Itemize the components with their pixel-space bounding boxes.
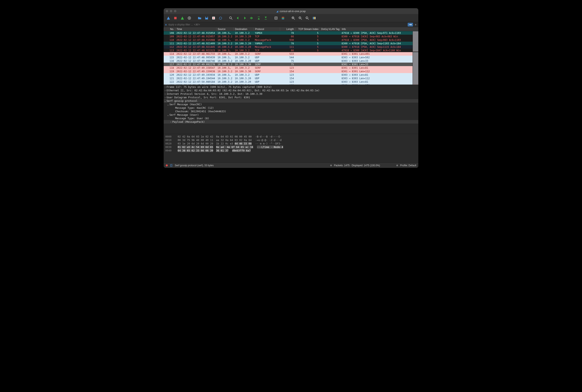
zoom-in-button[interactable]	[290, 15, 296, 21]
tree-serf-msg-hascrc[interactable]: ⌄Serf Message (HasCRC)	[164, 102, 418, 106]
svg-rect-28	[313, 17, 314, 19]
packet-row[interactable]: 1142022-02-12 22:47:48.96173310.100.3…10…	[164, 52, 413, 56]
save-file-button[interactable]	[204, 15, 210, 21]
packet-list-header[interactable]: No. Time Source Destination Protocol Len…	[164, 27, 418, 31]
packet-row[interactable]: 1132022-02-12 22:47:48.92152310.100.3…10…	[164, 49, 413, 52]
open-file-button[interactable]	[197, 15, 203, 21]
packet-cell: 123	[280, 80, 295, 83]
find-packet-button[interactable]	[228, 15, 234, 21]
zoom-out-button[interactable]	[297, 15, 303, 21]
packet-cell: 10.100.3.2	[234, 66, 254, 69]
auto-scroll-button[interactable]	[273, 15, 279, 21]
traffic-lights	[166, 10, 176, 12]
col-info[interactable]: Info	[340, 28, 418, 30]
tree-frame[interactable]: ›Frame 117: 75 bytes on wire (600 bits),…	[164, 85, 418, 89]
zoom-window-button[interactable]	[174, 10, 176, 12]
svg-point-2	[189, 18, 190, 18]
hex-row[interactable]: 000002 42 0a 64 03 1e 02 420a 64 03 02 0…	[165, 135, 417, 138]
col-prot[interactable]: Protocol	[254, 28, 280, 30]
go-back-button[interactable]	[235, 15, 241, 21]
packet-row[interactable]: 1102022-02-12 22:47:48.91508810.100.3…10…	[164, 38, 413, 42]
packet-cell: 10.100.3…	[216, 49, 234, 52]
svg-rect-10	[265, 19, 267, 20]
zoom-reset-button[interactable]: 1	[304, 15, 310, 21]
display-filter-input[interactable]	[168, 23, 407, 26]
packet-cell: 10.100.3.2	[234, 56, 254, 59]
packet-row[interactable]: 1192022-02-12 22:47:49.15903810.100.3.21…	[164, 70, 413, 73]
stop-capture-button[interactable]	[172, 15, 179, 21]
col-vlan[interactable]: Dot1q VLAN Tag	[320, 28, 340, 30]
packet-row[interactable]: 1182022-02-12 22:47:49.15854710.100.3…10…	[164, 66, 413, 70]
col-len[interactable]: Length	[280, 28, 295, 30]
col-no[interactable]: No.	[164, 28, 175, 30]
packet-cell: 10.100.3.30	[234, 63, 254, 66]
tree-msgtype-user[interactable]: Message Type: User (8)	[164, 116, 418, 120]
packet-cell: UDP	[254, 77, 280, 80]
close-file-button[interactable]	[211, 15, 217, 21]
apply-filter-button[interactable]	[408, 23, 413, 26]
packet-cell: SERF	[254, 63, 280, 66]
expert-info-icon[interactable]	[166, 164, 168, 166]
packet-row[interactable]: 1092022-02-12 22:47:48.91505710.100.3.21…	[164, 35, 413, 38]
start-capture-button[interactable]	[165, 15, 172, 21]
capture-options-button[interactable]	[186, 15, 192, 21]
tree-payload[interactable]: ›Payload (MessagePack)	[164, 120, 418, 124]
packet-row[interactable]: 1162022-02-12 22:47:49.08874610.100.3.21…	[164, 59, 413, 62]
resize-columns-button[interactable]	[311, 15, 317, 21]
packet-details-pane[interactable]: ›Frame 117: 75 bytes on wire (600 bits),…	[164, 84, 418, 134]
hex-ascii: ···LTime ··Node·4	[257, 146, 283, 148]
packet-row[interactable]: 1202022-02-12 22:47:49.19393410.100.3…10…	[164, 73, 413, 76]
tree-ethernet[interactable]: ›Ethernet II, Src: 02:42:0a:64:03:02 (02…	[164, 89, 418, 92]
hex-row[interactable]: 002003 1e 20 6d 20 6d 00 291b 22 0c e3 4…	[165, 142, 417, 145]
packet-cell: 10.100.3.2	[234, 74, 254, 76]
tree-ip[interactable]: ›Internet Protocol Version 4, Src: 10.10…	[164, 92, 418, 96]
restart-capture-button[interactable]	[179, 15, 185, 21]
go-last-button[interactable]	[263, 15, 269, 21]
reload-file-button[interactable]	[218, 15, 224, 21]
packet-row[interactable]: 1122022-02-12 22:47:48.92144510.100.3.21…	[164, 45, 413, 49]
tree-checksum[interactable]: Checksum: 3812902451 (0xe3444633)	[164, 110, 418, 113]
packet-cell: 8300 → 47918 [PSH, ACK] Seq=1103 Ack=184	[340, 42, 413, 45]
packet-row[interactable]: 1232022-02-12 22:47:50.08967010.100.3…10…	[164, 84, 413, 84]
go-to-packet-button[interactable]	[249, 15, 255, 21]
packet-bytes-pane[interactable]: 000002 42 0a 64 03 1e 02 420a 64 03 02 0…	[164, 134, 418, 162]
colorize-button[interactable]	[280, 15, 286, 21]
tree-msgtype-hascrc[interactable]: Message Type: HasCRC (12)	[164, 106, 418, 110]
close-window-button[interactable]	[166, 10, 168, 12]
packet-row[interactable]: 1172022-02-12 22:47:49.09227810.100.3.21…	[164, 62, 413, 66]
packet-cell: 119	[164, 70, 175, 73]
go-first-button[interactable]	[256, 15, 262, 21]
packet-minimap[interactable]	[413, 31, 418, 84]
col-tcp[interactable]: TCP Stream Index	[295, 28, 320, 30]
col-time[interactable]: Time	[175, 28, 216, 30]
packet-cell: 111	[164, 42, 175, 45]
col-dst[interactable]: Destination	[234, 28, 254, 30]
tree-udp[interactable]: ›User Datagram Protocol, Src Port: 8301,…	[164, 96, 418, 99]
packet-row[interactable]: 1212022-02-12 22:47:49.19454410.100.3.21…	[164, 76, 413, 80]
packet-row[interactable]: 1222022-02-12 22:47:50.08918410.100.3.21…	[164, 80, 413, 84]
add-filter-button[interactable]: +	[414, 23, 417, 26]
packet-cell: 2022-02-12 22:47:50.089184	[175, 80, 216, 83]
svg-rect-15	[282, 17, 284, 18]
tree-serf-msg-user[interactable]: ⌄Serf Message (User)	[164, 113, 418, 116]
capture-file-properties-icon[interactable]	[170, 164, 173, 167]
packet-cell: 8300 → 47918 [PSH, ACK] Seq=1115 Ack=184	[340, 46, 413, 48]
hex-row[interactable]: 004064 38 65 62 33 66 66 3936 61 37d8eb3…	[165, 149, 417, 152]
hex-offset: 0010	[165, 138, 174, 142]
packet-list-pane[interactable]: 1082022-02-12 22:47:48.91505410.100.3…10…	[164, 31, 418, 84]
go-forward-button[interactable]	[242, 15, 248, 21]
packet-cell: 47918 → 8300 [ACK] Seq=1847 Ack=1160 Win	[340, 49, 413, 52]
packet-row[interactable]: 1152022-02-12 22:47:48.99503910.100.3…10…	[164, 56, 413, 59]
minimize-window-button[interactable]	[170, 10, 172, 12]
status-field-hint: Serf gossip protocol (serf), 33 bytes	[175, 164, 214, 167]
packet-row[interactable]: 1112022-02-12 22:47:48.92140910.100.3.21…	[164, 42, 413, 45]
status-profile[interactable]: Profile: Default	[400, 164, 416, 167]
hex-row[interactable]: 001000 3d 75 96 40 00 40 11aa 32 0a 64 0…	[165, 138, 417, 142]
packet-row[interactable]: 1082022-02-12 22:47:48.91505410.100.3…10…	[164, 31, 413, 35]
hex-row[interactable]: 003001 82 a5 4c 54 69 6d 650e a4 4e 6f 6…	[165, 145, 417, 149]
packet-cell: 10.100.3.2	[234, 38, 254, 42]
col-src[interactable]: Source	[216, 28, 234, 30]
svg-rect-17	[282, 18, 284, 19]
tree-serf[interactable]: ⌄Serf gossip protocol	[164, 99, 418, 102]
bookmark-icon[interactable]: ▮	[165, 23, 167, 26]
